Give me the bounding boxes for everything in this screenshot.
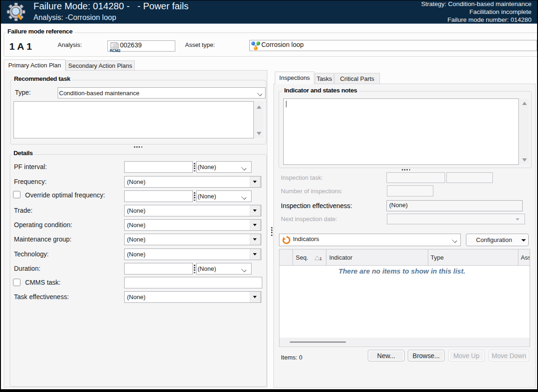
svg-text:RCM2: RCM2 xyxy=(110,48,120,52)
